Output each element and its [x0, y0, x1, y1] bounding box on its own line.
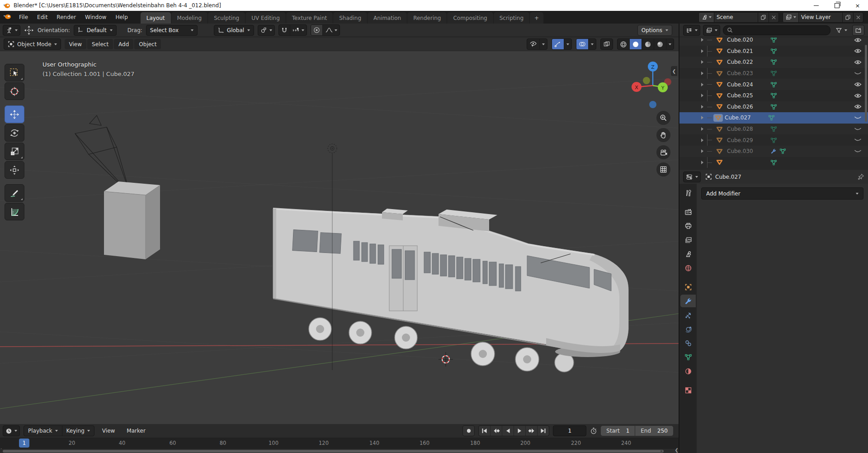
annotate-tool[interactable] — [5, 184, 24, 202]
shading-dropdown[interactable] — [666, 39, 674, 49]
train-object[interactable] — [273, 209, 628, 372]
expand-arrow-icon[interactable] — [701, 94, 703, 97]
show-overlays-toggle[interactable] — [576, 39, 588, 49]
shading-solid-button[interactable] — [629, 39, 642, 49]
current-frame-field[interactable]: 1 — [553, 425, 586, 436]
show-gizmo-toggle[interactable] — [552, 39, 564, 49]
timeline-menu-keying[interactable]: Keying — [62, 426, 94, 436]
menu-window[interactable]: Window — [80, 11, 111, 24]
snap-settings-dropdown[interactable] — [290, 25, 307, 35]
view-layer-browse-button[interactable] — [783, 13, 799, 22]
timeline-menu-playback[interactable]: Playback — [24, 426, 62, 436]
expand-arrow-icon[interactable] — [701, 83, 703, 86]
tab-rendering[interactable]: Rendering — [407, 12, 447, 24]
outliner-scrollbar[interactable] — [865, 45, 867, 122]
tab-tool[interactable] — [680, 186, 696, 199]
outliner-row-partial[interactable] — [679, 157, 868, 168]
pin-button[interactable] — [858, 173, 864, 180]
sidebar-toggle[interactable]: ❮ — [671, 66, 677, 76]
timeline-editor-dropdown[interactable] — [3, 425, 20, 436]
expand-arrow-icon[interactable] — [701, 49, 703, 53]
hide-toggle[interactable] — [854, 138, 862, 143]
light-object[interactable] — [328, 144, 337, 153]
transform-space-dropdown[interactable]: Global — [214, 25, 254, 36]
menu-help[interactable]: Help — [111, 11, 132, 24]
proportional-falloff-dropdown[interactable] — [322, 25, 340, 35]
tab-render[interactable] — [680, 205, 696, 218]
axis-neg-z-handle[interactable] — [649, 101, 656, 108]
frame-end-field[interactable]: End 250 — [635, 426, 673, 436]
snap-toggle[interactable] — [279, 25, 290, 35]
restore-button[interactable] — [826, 0, 847, 11]
prev-keyframe-button[interactable] — [490, 426, 502, 436]
outliner-filter-collection-dropdown[interactable] — [703, 25, 720, 36]
gizmo-settings-dropdown[interactable] — [564, 39, 571, 49]
orientation-dropdown[interactable]: Default — [74, 25, 117, 36]
expand-arrow-icon[interactable] — [701, 149, 703, 153]
jump-to-end-button[interactable] — [537, 426, 549, 436]
hide-toggle[interactable] — [854, 149, 862, 154]
tab-compositing[interactable]: Compositing — [447, 12, 493, 24]
hide-toggle[interactable] — [854, 104, 862, 109]
orthographic-toggle-button[interactable] — [656, 162, 670, 176]
select-box-tool[interactable] — [5, 64, 24, 81]
scene-name[interactable]: Scene — [714, 13, 758, 22]
outliner-display-mode-dropdown[interactable] — [683, 25, 700, 36]
outliner-search-input[interactable] — [723, 25, 830, 35]
hide-toggle[interactable] — [854, 82, 862, 87]
tab-output[interactable] — [680, 219, 696, 232]
outliner-row-cube025[interactable]: Cube.025 — [679, 90, 868, 101]
tab-material[interactable] — [680, 365, 696, 377]
navigation-gizmo[interactable]: Z X Y — [629, 59, 673, 112]
expand-arrow-icon[interactable] — [701, 72, 703, 75]
options-dropdown[interactable]: Options — [637, 25, 672, 36]
move-tool-icon[interactable] — [24, 25, 34, 35]
proportional-edit-toggle[interactable] — [311, 25, 322, 35]
jump-to-start-button[interactable] — [479, 426, 490, 436]
hide-toggle[interactable] — [854, 127, 862, 132]
minimize-button[interactable] — [806, 0, 826, 11]
tab-object-data[interactable] — [680, 351, 696, 363]
camera-view-button[interactable] — [656, 145, 670, 159]
outliner-row-cube023[interactable]: Cube.023 — [679, 68, 868, 79]
tab-object[interactable] — [680, 281, 696, 293]
menu-render[interactable]: Render — [52, 11, 80, 24]
outliner-row-cube020[interactable]: Cube.020 — [679, 38, 868, 46]
scene-browse-button[interactable] — [699, 13, 714, 22]
tab-shading[interactable]: Shading — [333, 12, 367, 24]
use-preview-range-icon[interactable] — [590, 427, 597, 434]
tab-modifiers[interactable] — [680, 295, 696, 307]
add-modifier-dropdown[interactable]: Add Modifier — [701, 187, 863, 200]
rotate-tool[interactable] — [5, 124, 24, 142]
play-reverse-button[interactable] — [502, 426, 514, 436]
xray-toggle[interactable] — [600, 38, 613, 50]
hide-toggle[interactable] — [854, 48, 862, 53]
measure-tool[interactable] — [5, 203, 24, 220]
hide-toggle[interactable] — [854, 38, 862, 43]
tab-particles[interactable] — [680, 309, 696, 321]
close-button[interactable]: × — [847, 0, 868, 11]
tab-uv-editing[interactable]: UV Editing — [245, 12, 286, 24]
view-layer-copy-button[interactable] — [842, 13, 853, 22]
properties-display-dropdown[interactable] — [683, 172, 701, 182]
expand-arrow-icon[interactable] — [701, 138, 703, 142]
viewport-menu-view[interactable]: View — [65, 39, 86, 49]
scale-tool[interactable] — [5, 143, 24, 160]
menu-edit[interactable]: Edit — [33, 11, 52, 24]
tab-scene[interactable] — [680, 248, 696, 260]
tab-physics[interactable] — [680, 323, 696, 335]
hide-toggle[interactable] — [854, 71, 862, 76]
tab-texture-paint[interactable]: Texture Paint — [286, 12, 333, 24]
outliner-row-cube022[interactable]: Cube.022 — [679, 57, 868, 68]
pivot-point-dropdown[interactable] — [258, 25, 275, 36]
expand-arrow-icon[interactable] — [701, 38, 703, 42]
hide-toggle[interactable] — [854, 93, 862, 98]
tab-view-layer[interactable] — [680, 234, 696, 246]
expand-arrow-icon[interactable] — [701, 105, 703, 109]
expand-arrow-icon[interactable] — [701, 161, 703, 164]
shading-material-button[interactable] — [642, 39, 654, 49]
menu-file[interactable]: File — [14, 11, 33, 24]
mode-dropdown[interactable]: Object Mode — [4, 38, 61, 50]
tab-modeling[interactable]: Modeling — [171, 12, 208, 24]
scene-unlink-button[interactable] — [769, 13, 778, 22]
